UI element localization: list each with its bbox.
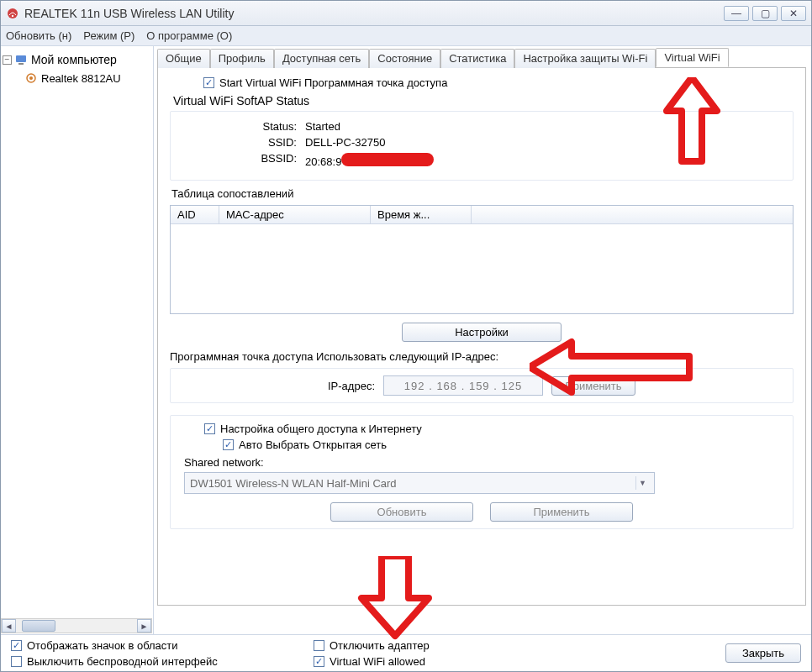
auto-open-checkbox[interactable] <box>223 439 234 450</box>
svg-point-1 <box>12 14 13 16</box>
tab-profile[interactable]: Профиль <box>210 49 274 68</box>
tab-available-net[interactable]: Доступная сеть <box>274 49 369 68</box>
status-value: Started <box>305 120 340 133</box>
svg-rect-3 <box>18 63 24 65</box>
ics-checkbox[interactable] <box>204 423 215 434</box>
chevron-down-icon: ▼ <box>635 476 649 490</box>
tree-adapter-label[interactable]: Realtek 8812AU <box>41 72 121 85</box>
tray-icon-label: Отображать значок в области <box>27 639 178 652</box>
shared-network-value: DW1501 Wireless-N WLAN Half-Mini Card <box>190 477 397 490</box>
vwifi-allowed-label: Virtual WiFi allowed <box>330 655 425 668</box>
window-title: REALTEK 11n USB Wireless LAN Utility <box>24 7 724 20</box>
radio-off-label: Выключить беспроводной интерфейс <box>27 655 218 668</box>
device-tree: − Мой компьютер Realtek 8812AU <box>1 46 154 638</box>
tree-root-label[interactable]: Мой компьютер <box>31 53 117 66</box>
refresh-button[interactable]: Обновить <box>330 502 473 522</box>
tab-status[interactable]: Состояние <box>369 49 440 68</box>
start-virtual-wifi-label: Start Virtual WiFi Программная точка дос… <box>219 76 447 89</box>
vwifi-allowed-checkbox[interactable] <box>314 656 324 667</box>
svg-point-0 <box>8 8 18 18</box>
col-mac[interactable]: МАС-адрес <box>219 206 371 223</box>
status-key: Status: <box>171 120 305 133</box>
tab-general[interactable]: Общие <box>157 49 210 68</box>
ics-label: Настройка общего доступа к Интернету <box>220 423 422 435</box>
bssid-redaction <box>341 153 434 166</box>
assoc-table-title: Таблица сопоставлений <box>171 187 794 200</box>
svg-rect-2 <box>16 55 26 62</box>
scroll-right-icon[interactable]: ► <box>137 619 151 633</box>
svg-point-5 <box>29 76 33 80</box>
app-icon <box>6 7 19 20</box>
menu-mode[interactable]: Режим (Р) <box>83 29 134 42</box>
apply-button[interactable]: Применить <box>490 502 633 522</box>
scroll-thumb[interactable] <box>22 620 55 632</box>
titlebar: REALTEK 11n USB Wireless LAN Utility ― ▢… <box>1 1 811 26</box>
tab-wifi-protection[interactable]: Настройка защиты Wi-Fi <box>514 49 656 68</box>
close-button[interactable]: Закрыть <box>725 643 801 663</box>
disable-adapter-checkbox[interactable] <box>314 640 324 651</box>
tray-icon-checkbox[interactable] <box>11 640 22 651</box>
tab-virtual-wifi[interactable]: Virtual WiFi <box>656 48 728 67</box>
ssid-key: SSID: <box>171 136 305 149</box>
association-table[interactable]: AID МАС-адрес Время ж... <box>170 205 794 314</box>
scroll-left-icon[interactable]: ◄ <box>2 619 16 633</box>
adapter-icon <box>24 71 38 85</box>
close-window-button[interactable]: ✕ <box>781 6 806 21</box>
tree-collapse-icon[interactable]: − <box>3 55 12 65</box>
virtual-wifi-page: Start Virtual WiFi Программная точка дос… <box>157 68 806 606</box>
computer-icon <box>14 53 28 66</box>
tab-strip: Общие Профиль Доступная сеть Состояние С… <box>157 48 806 68</box>
ip-apply-button[interactable]: Применить <box>551 376 635 396</box>
settings-button[interactable]: Настройки <box>402 323 562 342</box>
col-time[interactable]: Время ж... <box>371 206 472 223</box>
auto-open-label: Авто Выбрать Открытая сеть <box>239 438 387 451</box>
disable-adapter-label: Отключить адаптер <box>330 639 430 652</box>
menubar: Обновить (н) Режим (Р) О программе (О) <box>1 26 811 46</box>
tab-statistics[interactable]: Статистика <box>440 49 514 68</box>
maximize-button[interactable]: ▢ <box>752 6 778 21</box>
bssid-value: 20:68:9 <box>305 152 434 168</box>
tree-horizontal-scrollbar[interactable]: ◄ ► <box>1 618 152 633</box>
bottom-bar: Отображать значок в области Выключить бе… <box>1 634 811 671</box>
ip-label: IP-адрес: <box>328 380 375 392</box>
menu-refresh[interactable]: Обновить (н) <box>6 29 71 42</box>
radio-off-checkbox[interactable] <box>11 656 22 667</box>
menu-about[interactable]: О программе (О) <box>146 29 232 42</box>
ip-address-field[interactable]: 192 . 168 . 159 . 125 <box>383 375 543 396</box>
ssid-value: DELL-PC-32750 <box>305 136 385 149</box>
ip-line: Программная точка доступа Использовать с… <box>170 350 794 363</box>
bssid-key: BSSID: <box>171 152 305 168</box>
shared-network-label: Shared network: <box>184 456 784 469</box>
minimize-button[interactable]: ― <box>724 6 749 21</box>
shared-network-select[interactable]: DW1501 Wireless-N WLAN Half-Mini Card ▼ <box>184 472 655 494</box>
start-virtual-wifi-checkbox[interactable] <box>203 77 214 88</box>
col-aid[interactable]: AID <box>171 206 219 223</box>
softap-status-title: Virtual WiFi SoftAP Status <box>173 94 794 108</box>
